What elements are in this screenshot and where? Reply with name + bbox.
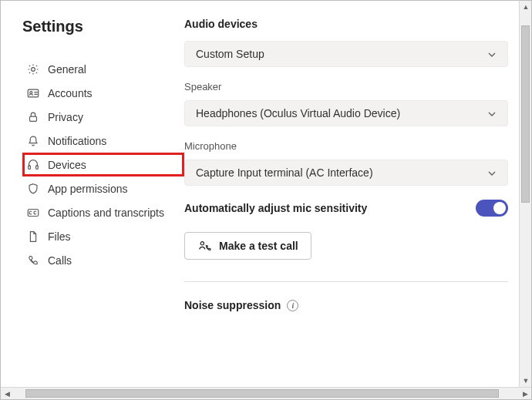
headset-icon [26, 158, 40, 172]
audio-devices-heading: Audio devices [184, 18, 508, 30]
select-value: Capture Input terminal (AC Interface) [196, 166, 373, 179]
sidebar-item-calls[interactable]: Calls [22, 248, 184, 272]
sidebar-item-label: General [48, 63, 86, 76]
page-title: Settings [22, 18, 184, 35]
chevron-down-icon [487, 49, 497, 59]
sidebar-item-label: Files [48, 230, 71, 243]
svg-rect-3 [30, 116, 37, 121]
vertical-scrollbar[interactable]: ▲ ▼ [519, 1, 531, 387]
scroll-left-arrow[interactable]: ◀ [1, 388, 13, 400]
noise-suppression-heading: Noise suppression i [184, 299, 508, 311]
sidebar-item-privacy[interactable]: Privacy [22, 105, 184, 129]
sidebar-item-app-permissions[interactable]: App permissions [22, 176, 184, 200]
phone-icon [26, 254, 40, 267]
audio-devices-select[interactable]: Custom Setup [184, 41, 508, 67]
cc-icon [26, 206, 40, 220]
sidebar-item-label: Captions and transcripts [48, 207, 164, 219]
gear-icon [26, 62, 40, 76]
sidebar-item-label: App permissions [48, 183, 128, 195]
info-icon[interactable]: i [287, 300, 298, 311]
sidebar-item-notifications[interactable]: Notifications [22, 129, 184, 153]
svg-point-7 [200, 242, 204, 245]
chevron-down-icon [487, 109, 497, 118]
lock-icon [26, 110, 40, 124]
sidebar-item-label: Accounts [48, 87, 93, 99]
svg-point-2 [30, 91, 32, 93]
select-value: Custom Setup [196, 48, 264, 60]
sidebar-item-label: Devices [48, 159, 86, 171]
sidebar-item-files[interactable]: Files [22, 224, 184, 248]
microphone-select[interactable]: Capture Input terminal (AC Interface) [184, 160, 508, 186]
select-value: Headphones (Oculus Virtual Audio Device) [196, 107, 400, 119]
settings-nav: General Accounts Privacy Notifications [22, 57, 184, 272]
svg-rect-1 [28, 89, 39, 97]
microphone-label: Microphone [184, 140, 508, 152]
make-test-call-button[interactable]: Make a test call [184, 232, 311, 260]
chevron-down-icon [487, 168, 497, 177]
sidebar-item-label: Notifications [48, 135, 106, 147]
sidebar-item-captions[interactable]: Captions and transcripts [22, 200, 184, 224]
divider [184, 281, 508, 282]
button-label: Make a test call [219, 240, 298, 252]
scroll-up-arrow[interactable]: ▲ [520, 1, 532, 13]
file-icon [26, 230, 40, 244]
svg-point-0 [32, 67, 35, 71]
horizontal-scrollbar[interactable]: ◀ ▶ [1, 387, 531, 399]
sidebar-item-devices[interactable]: Devices [22, 153, 184, 176]
sidebar-item-accounts[interactable]: Accounts [22, 81, 184, 105]
scroll-down-arrow[interactable]: ▼ [520, 375, 532, 387]
shield-icon [26, 182, 40, 196]
auto-mic-sensitivity-label: Automatically adjust mic sensitivity [184, 202, 367, 214]
sidebar-item-general[interactable]: General [22, 57, 184, 81]
bell-icon [26, 134, 40, 148]
sidebar-item-label: Calls [48, 254, 72, 267]
person-call-icon [197, 239, 211, 253]
auto-mic-sensitivity-toggle[interactable] [476, 200, 508, 217]
id-card-icon [26, 86, 40, 100]
sidebar-item-label: Privacy [48, 111, 83, 123]
speaker-select[interactable]: Headphones (Oculus Virtual Audio Device) [184, 100, 508, 126]
scroll-right-arrow[interactable]: ▶ [519, 388, 531, 400]
speaker-label: Speaker [184, 81, 508, 92]
